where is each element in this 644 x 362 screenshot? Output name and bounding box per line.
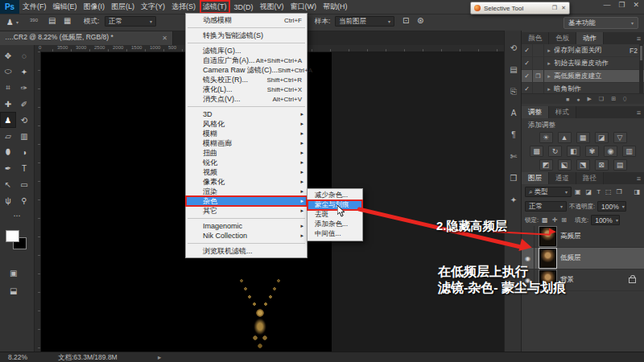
pressure-icon[interactable]: ⊛ xyxy=(417,16,423,25)
filter-menu-item[interactable] xyxy=(188,106,305,107)
menu-bar-item[interactable]: 选择(S) xyxy=(169,1,198,13)
filter-kind-icon[interactable]: ⬚ xyxy=(605,188,613,195)
action-dialog-toggle-icon[interactable]: ❒ xyxy=(533,70,544,82)
filter-menu-item[interactable]: 滤镜库(G)... xyxy=(186,46,307,56)
menu-bar-item[interactable]: 文件(F) xyxy=(20,1,49,13)
tool-button[interactable]: ✐ xyxy=(16,96,32,112)
filter-kind-icon[interactable]: ❒ xyxy=(616,188,623,195)
close-icon[interactable]: ✕ xyxy=(561,5,566,11)
adjustment-icon[interactable]: ✾ xyxy=(585,146,599,157)
panel-tab[interactable]: 图层 xyxy=(522,172,549,184)
menu-bar-item[interactable]: 图层(L) xyxy=(109,1,137,13)
filter-menu-item[interactable]: Camera Raw 滤镜(C)... Shift+Ctrl+A xyxy=(186,65,307,75)
tool-button[interactable]: ♟ xyxy=(0,112,16,128)
disclosure-icon[interactable]: ▸ xyxy=(544,47,554,54)
restore-icon[interactable]: ❐ xyxy=(552,5,557,11)
clone-stamp-icon[interactable]: ♟ xyxy=(6,18,14,27)
adjustment-icon[interactable]: ☀ xyxy=(539,132,553,143)
eye-icon[interactable]: ◉ xyxy=(525,255,530,262)
tool-button[interactable]: ✚ xyxy=(0,96,16,112)
adjustment-icon[interactable]: ↻ xyxy=(548,146,562,157)
quick-mask-icon[interactable]: ▣ xyxy=(10,269,17,278)
menu-bar-item[interactable]: 窗口(W) xyxy=(288,1,320,13)
menu-bar-item[interactable]: 滤镜(T) xyxy=(200,0,230,14)
menu-bar-item[interactable]: 文字(Y) xyxy=(138,1,167,13)
filter-menu-item[interactable]: Nik Collection ▸ xyxy=(186,231,307,241)
tool-button[interactable]: ▱ xyxy=(0,128,16,144)
tool-button[interactable]: ✑ xyxy=(16,80,32,96)
layer-name[interactable]: 高频层 xyxy=(560,232,644,241)
filter-toggle-icon[interactable]: ◨ xyxy=(633,188,641,195)
filter-kind-icon[interactable]: ◪ xyxy=(585,188,593,195)
filter-menu-item[interactable]: Imagenomic ▸ xyxy=(186,221,307,231)
screen-mode-icon[interactable]: ⬓ xyxy=(10,286,17,295)
tool-button[interactable]: ◑ xyxy=(16,144,32,160)
action-check-icon[interactable]: ✓ xyxy=(522,57,533,69)
menu-bar-item[interactable]: 图像(I) xyxy=(81,1,108,13)
tool-button[interactable]: ⬭ xyxy=(0,64,16,80)
foreground-color-swatch[interactable] xyxy=(6,230,19,242)
tool-button[interactable]: ✦ xyxy=(16,64,32,80)
lock-option-icon[interactable]: ⊞ xyxy=(560,216,568,224)
brush-preview-icon[interactable]: 390 xyxy=(30,15,38,23)
action-row[interactable]: ✓ ▸ 初始去噪磨皮动作 xyxy=(522,57,644,70)
action-toolbar-icon[interactable]: ❏ xyxy=(599,96,604,102)
glyphs-panel-icon[interactable]: ✄ xyxy=(505,146,522,167)
panel-tab[interactable]: 动作 xyxy=(576,32,604,44)
action-row[interactable]: ✓ ❒ ▸ 高低频磨皮建立 xyxy=(522,70,644,83)
panel-tab[interactable]: 调整 xyxy=(522,106,549,118)
adjustment-icon[interactable]: ▽ xyxy=(613,132,627,143)
panel-tab[interactable]: 色板 xyxy=(549,32,576,44)
opacity-select[interactable]: 100% ▾ xyxy=(597,201,626,212)
workspace-switcher[interactable]: 基本功能 ▾ xyxy=(564,17,638,29)
filter-menu-item[interactable]: 动感模糊 Ctrl+F xyxy=(186,15,307,25)
tool-button[interactable]: ⚲ xyxy=(16,192,32,208)
tool-button[interactable]: ▥ xyxy=(16,128,32,144)
tool-button[interactable]: ⟲ xyxy=(16,112,32,128)
submenu-item[interactable]: 蒙尘与划痕 xyxy=(308,200,362,210)
libraries-panel-icon[interactable]: ❒ xyxy=(505,167,522,189)
filter-kind-icon[interactable]: T xyxy=(596,188,601,195)
panel-menu-icon[interactable]: ≡ xyxy=(637,172,644,184)
filter-menu-item[interactable] xyxy=(188,43,305,43)
filter-menu-item[interactable]: 消失点(V)... Alt+Ctrl+V xyxy=(186,94,307,104)
action-toolbar-icon[interactable]: ● xyxy=(576,97,580,102)
adjustment-icon[interactable]: ⬕ xyxy=(558,159,572,171)
menu-bar-item[interactable]: 视图(V) xyxy=(258,1,287,13)
filter-menu-item[interactable]: 转换为智能滤镜(S) xyxy=(186,31,307,40)
filter-menu-item[interactable]: 浏览联机滤镜... xyxy=(186,246,307,256)
menu-bar-item[interactable]: 3D(D) xyxy=(232,2,256,12)
filter-menu-item[interactable]: 其它 ▸ xyxy=(186,206,307,216)
mode-select[interactable]: 正常▾ xyxy=(105,16,156,27)
submenu-item[interactable]: 中间值... xyxy=(308,229,362,239)
layer-name[interactable]: 背景 xyxy=(560,275,629,285)
filter-menu-item[interactable]: 液化(L)... Shift+Ctrl+X xyxy=(186,84,307,94)
action-check-icon[interactable]: ✓ xyxy=(522,70,533,82)
filter-kind-icon[interactable]: ▣ xyxy=(574,188,582,195)
disclosure-icon[interactable]: ▸ xyxy=(544,86,554,93)
filter-menu-item[interactable]: 镜头校正(R)... Shift+Ctrl+R xyxy=(186,75,307,84)
history-panel-icon[interactable]: ⟲ xyxy=(505,37,522,59)
tab-close-icon[interactable]: ✕ xyxy=(162,35,167,42)
blend-mode-select[interactable]: 正常 ▾ xyxy=(525,201,567,212)
filter-menu-item[interactable]: 渲染 ▸ xyxy=(186,187,307,196)
disclosure-icon[interactable]: ▸ xyxy=(544,73,554,80)
ignore-adjustment-icon[interactable]: ⊡ xyxy=(402,16,409,25)
disclosure-icon[interactable]: ▸ xyxy=(544,60,554,67)
action-toolbar-icon[interactable]: ⬯ xyxy=(623,96,626,102)
info-panel-icon[interactable]: ⎘ xyxy=(505,80,522,102)
filter-menu-item[interactable] xyxy=(188,218,305,219)
action-toolbar-icon[interactable]: ⊞ xyxy=(611,96,616,102)
filter-menu-item[interactable]: 3D ▸ xyxy=(186,109,307,119)
filter-menu-item[interactable]: 扭曲 ▸ xyxy=(186,148,307,158)
sample-select[interactable]: 当前图层▾ xyxy=(335,16,394,27)
action-check-icon[interactable]: ✓ xyxy=(522,44,533,56)
menu-bar-item[interactable]: 编辑(E) xyxy=(51,1,80,13)
submenu-item[interactable]: 去斑 xyxy=(308,210,362,220)
adjustment-icon[interactable]: ▲ xyxy=(558,132,572,143)
action-dialog-toggle-icon[interactable] xyxy=(533,44,544,56)
adjustment-icon[interactable]: ◧ xyxy=(567,146,580,157)
tool-button[interactable]: ⬮ xyxy=(0,144,16,160)
submenu-item[interactable]: 减少杂色... xyxy=(308,191,362,200)
adjustment-icon[interactable]: ◩ xyxy=(539,159,553,171)
